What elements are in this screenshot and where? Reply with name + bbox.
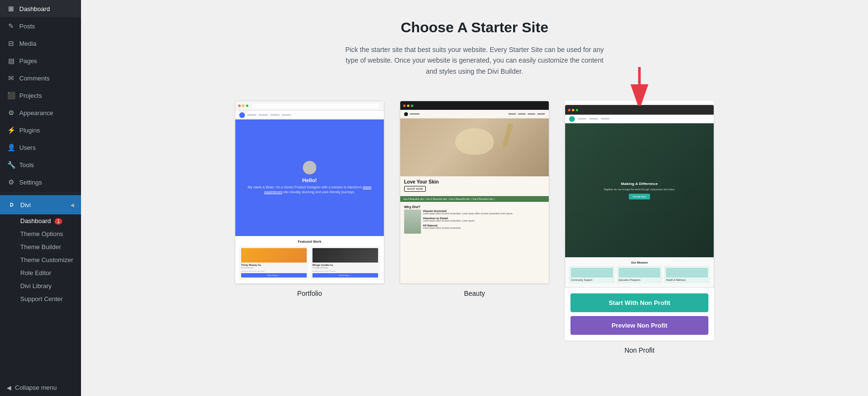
sidebar-item-settings[interactable]: ⚙ Settings bbox=[0, 173, 81, 191]
sidebar-item-divi[interactable]: D Divi ◀ bbox=[0, 195, 81, 214]
nonprofit-section: Our Mission bbox=[569, 261, 710, 264]
dot-yellow bbox=[407, 105, 409, 107]
sidebar-item-tools[interactable]: 🔧 Tools bbox=[0, 156, 81, 173]
preview-nonprofit-button[interactable]: Preview Non Profit bbox=[570, 316, 708, 335]
sidebar-divider bbox=[0, 193, 81, 193]
sidebar-sub-item-theme-options[interactable]: Theme Options bbox=[7, 227, 81, 240]
sidebar: ⊞ Dashboard ✎ Posts ⊟ Media ▤ Pages ✉ Co… bbox=[0, 0, 81, 396]
sidebar-item-projects[interactable]: ⬛ Projects bbox=[0, 87, 81, 104]
sidebar-item-users[interactable]: 👤 Users bbox=[0, 139, 81, 156]
sidebar-sub-item-theme-customizer[interactable]: Theme Customizer bbox=[7, 253, 81, 266]
beauty-label: Beauty bbox=[464, 290, 485, 297]
sidebar-sub-item-dashboard[interactable]: Dashboard 1 bbox=[7, 214, 81, 227]
portfolio-card-wrapper: Hello! My name is Brian. I'm a Senior Pr… bbox=[235, 101, 384, 297]
beauty-section1: Why Divi? bbox=[404, 205, 545, 209]
beauty-nav-logo bbox=[404, 112, 408, 116]
beauty-headline: Love Your Skin bbox=[404, 179, 545, 185]
hero-title: Hello! bbox=[302, 177, 317, 183]
svg-marker-2 bbox=[633, 91, 646, 104]
beauty-product-desc-3: Lorem ipsum dolor sit amet consectetur. bbox=[423, 227, 545, 230]
tools-icon: 🔧 bbox=[7, 161, 15, 169]
bowl-shape bbox=[455, 128, 494, 155]
collapse-icon: ◀ bbox=[7, 384, 11, 391]
work-btn-1: View Project → bbox=[241, 273, 307, 277]
portfolio-card[interactable]: Hello! My name is Brian. I'm a Senior Pr… bbox=[235, 101, 384, 284]
beauty-nav bbox=[400, 110, 549, 119]
settings-icon: ⚙ bbox=[7, 178, 15, 186]
nonprofit-label: Non Profit bbox=[624, 346, 654, 354]
portfolio-nav bbox=[235, 111, 384, 119]
beauty-preview: Love Your Skin SHOP NOW Get A Beautiful … bbox=[400, 101, 549, 284]
work-desc-1: Lorem ipsum dolor sit amet. bbox=[241, 270, 307, 272]
sidebar-item-pages[interactable]: ▤ Pages bbox=[0, 52, 81, 69]
nonprofit-preview: Making A Difference Together we can chan… bbox=[565, 105, 714, 288]
divi-logo: D bbox=[7, 200, 16, 210]
dashboard-badge: 1 bbox=[54, 218, 62, 224]
nonprofit-mission-grid: Community Support Education Programs Hea… bbox=[569, 266, 710, 283]
work-desc-2: Lorem ipsum dolor sit amet. bbox=[312, 270, 378, 272]
collapse-menu-button[interactable]: ◀ Collapse menu bbox=[0, 379, 81, 396]
sidebar-sub-item-support-center[interactable]: Support Center bbox=[7, 292, 81, 305]
dashboard-icon: ⊞ bbox=[7, 5, 15, 13]
nonprofit-card-wrapper: Making A Difference Together we can chan… bbox=[565, 101, 714, 354]
beauty-title-section: Love Your Skin SHOP NOW bbox=[400, 176, 549, 195]
beauty-product-text-1: Vitamin Enriched Lorem ipsum dolor sit a… bbox=[423, 210, 545, 234]
nonprofit-hero-text: Together we can change the world through… bbox=[604, 188, 675, 191]
pages-icon: ▤ bbox=[7, 57, 15, 65]
dot-green bbox=[411, 105, 413, 107]
sidebar-sub-item-theme-builder[interactable]: Theme Builder bbox=[7, 240, 81, 253]
url-bar bbox=[252, 104, 379, 108]
nonprofit-content: Our Mission Community Support Education … bbox=[565, 257, 714, 287]
featured-work-title: Featured Work bbox=[239, 240, 380, 243]
divi-collapse-arrow: ◀ bbox=[70, 202, 74, 208]
beauty-hero-img bbox=[400, 119, 549, 176]
page-title: Choose A Starter Site bbox=[110, 19, 839, 36]
portfolio-hero: Hello! My name is Brian. I'm a Senior Pr… bbox=[235, 119, 384, 236]
main-content: Choose A Starter Site Pick the starter s… bbox=[81, 0, 868, 396]
beauty-card[interactable]: Love Your Skin SHOP NOW Get A Beautiful … bbox=[400, 101, 549, 284]
sidebar-sub-item-divi-library[interactable]: Divi Library bbox=[7, 279, 81, 292]
media-icon: ⊟ bbox=[7, 40, 15, 47]
beauty-btn: SHOP NOW bbox=[404, 186, 426, 192]
work-tag-1: Brand Identity bbox=[241, 266, 307, 269]
nonprofit-actions: Start With Non Profit Preview Non Profit bbox=[565, 288, 714, 341]
portfolio-label: Portfolio bbox=[297, 290, 322, 297]
divi-submenu: Dashboard 1 Theme Options Theme Builder … bbox=[0, 214, 81, 305]
work-img-1 bbox=[241, 248, 307, 263]
nonprofit-nav-logo bbox=[569, 116, 575, 122]
hero-avatar bbox=[303, 161, 316, 174]
sidebar-item-comments[interactable]: ✉ Comments bbox=[0, 69, 81, 87]
sidebar-item-appearance[interactable]: ⚙ Appearance bbox=[0, 104, 81, 121]
work-card-1: Trinity Beauty Co. Brand Identity Lorem … bbox=[239, 246, 309, 279]
beauty-content: Why Divi? Vitamin Enriched Lorem ipsum d… bbox=[400, 203, 549, 283]
posts-icon: ✎ bbox=[7, 22, 15, 30]
sidebar-item-posts[interactable]: ✎ Posts bbox=[0, 17, 81, 35]
page-subtitle: Pick the starter site that best suits yo… bbox=[339, 44, 610, 77]
sidebar-item-plugins[interactable]: ⚡ Plugins bbox=[0, 121, 81, 139]
sidebar-item-media[interactable]: ⊟ Media bbox=[0, 35, 81, 52]
beauty-product-desc-2: Lorem ipsum dolor sit amet consectetur. … bbox=[423, 220, 545, 223]
appearance-icon: ⚙ bbox=[7, 109, 15, 117]
sidebar-sub-item-role-editor[interactable]: Role Editor bbox=[7, 266, 81, 279]
work-img-2 bbox=[312, 248, 378, 263]
comments-icon: ✉ bbox=[7, 74, 15, 82]
dot-green bbox=[246, 105, 248, 107]
work-grid: Trinity Beauty Co. Brand Identity Lorem … bbox=[239, 246, 380, 279]
sidebar-item-dashboard[interactable]: ⊞ Dashboard bbox=[0, 0, 81, 17]
arrow-indicator bbox=[627, 67, 651, 107]
starter-site-cards: Hello! My name is Brian. I'm a Senior Pr… bbox=[110, 101, 839, 354]
users-icon: 👤 bbox=[7, 144, 15, 151]
beauty-card-wrapper: Love Your Skin SHOP NOW Get A Beautiful … bbox=[400, 101, 549, 297]
down-arrow-icon bbox=[627, 67, 651, 106]
nonprofit-card[interactable]: Making A Difference Together we can chan… bbox=[565, 101, 714, 341]
beauty-cta-row: SHOP NOW bbox=[404, 186, 545, 192]
start-nonprofit-button[interactable]: Start With Non Profit bbox=[570, 293, 708, 312]
featured-work-section: Featured Work Trinity Beauty Co. Brand I… bbox=[235, 236, 384, 283]
nav-logo bbox=[239, 112, 245, 118]
work-btn-2: View Project → bbox=[312, 273, 378, 277]
nonprofit-hero-title: Making A Difference bbox=[621, 182, 658, 186]
beauty-ticker: Get A Beautiful skin • Get A Beautiful s… bbox=[400, 196, 549, 202]
plugins-icon: ⚡ bbox=[7, 126, 15, 134]
portfolio-preview: Hello! My name is Brian. I'm a Senior Pr… bbox=[235, 101, 384, 284]
hero-text: My name is Brian. I'm a Senior Product D… bbox=[241, 185, 378, 195]
